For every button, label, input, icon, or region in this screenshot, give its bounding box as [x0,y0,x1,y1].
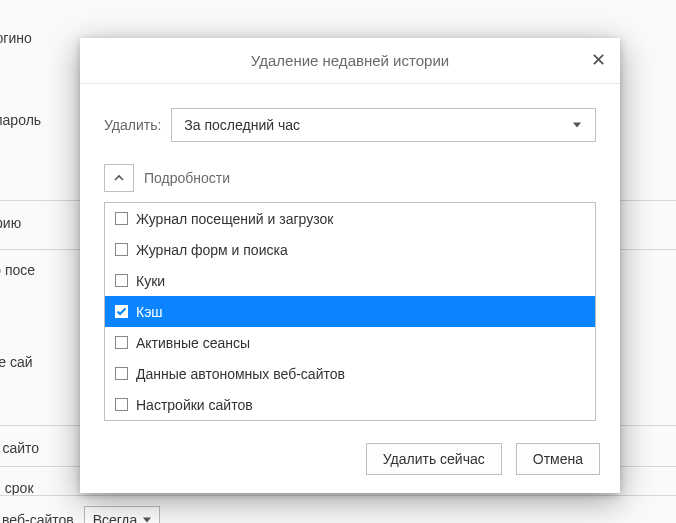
checkbox[interactable] [115,212,128,225]
list-item-label: Активные сеансы [136,335,250,351]
bg-text: пароль [0,112,41,128]
list-item[interactable]: Активные сеансы [105,327,595,358]
dialog-header: Удаление недавней истории ✕ [80,38,620,84]
list-item[interactable]: Куки [105,265,595,296]
list-item-label: Журнал посещений и загрузок [136,211,333,227]
list-item[interactable]: Настройки сайтов [105,389,595,420]
list-item-label: Данные автономных веб-сайтов [136,366,345,382]
dialog-title: Удаление недавней истории [251,52,449,69]
clear-history-dialog: Удаление недавней истории ✕ Удалить: За … [80,38,620,493]
bg-text: ние логино [0,30,32,46]
bg-text: ь историю [0,215,21,231]
history-details-list: Журнал посещений и загрузокЖурнал форм и… [104,202,596,421]
checkbox[interactable] [115,367,128,380]
checkbox[interactable] [115,274,128,287]
list-item[interactable]: Кэш [105,296,595,327]
close-icon: ✕ [591,49,606,71]
list-item[interactable]: Данные автономных веб-сайтов [105,358,595,389]
list-item-label: Настройки сайтов [136,397,253,413]
bg-text: ения срок [0,480,34,496]
checkbox[interactable] [115,336,128,349]
cancel-button[interactable]: Отмена [516,443,600,475]
time-range-select[interactable]: За последний час [171,108,596,142]
list-item-label: Кэш [136,304,163,320]
list-item-label: Куки [136,273,165,289]
bg-text: ные сайтов со сторонних веб-сайтов [0,512,74,523]
list-item-label: Журнал форм и поиска [136,242,288,258]
checkbox[interactable] [115,243,128,256]
close-button[interactable]: ✕ [584,46,612,74]
check-icon [116,306,127,317]
bg-select[interactable]: Всегда [84,506,161,523]
bg-text: рию посе [0,262,35,278]
delete-range-label: Удалить: [104,117,161,133]
time-range-value: За последний час [184,117,300,133]
checkbox[interactable] [115,305,128,318]
chevron-up-icon [114,173,124,183]
clear-now-button[interactable]: Удалить сейчас [366,443,502,475]
checkbox[interactable] [115,398,128,411]
bg-text: ные сайто [0,440,39,456]
list-item[interactable]: Журнал посещений и загрузок [105,203,595,234]
details-label: Подробности [144,170,230,186]
details-toggle-button[interactable] [104,164,134,192]
bg-text: анные сай [0,354,33,370]
list-item[interactable]: Журнал форм и поиска [105,234,595,265]
